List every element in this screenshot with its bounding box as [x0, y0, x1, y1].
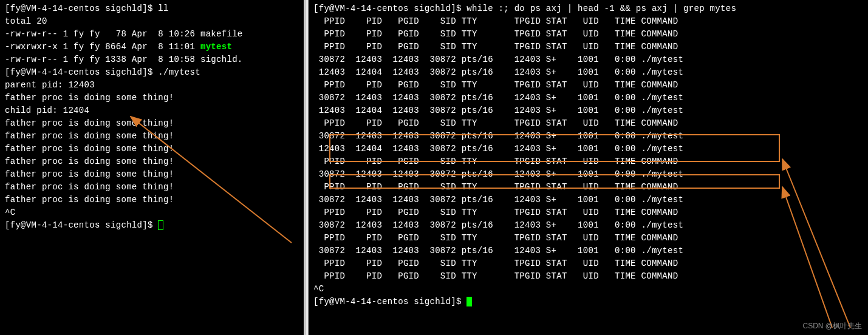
right-line-22-seg-0: ^C [313, 284, 324, 294]
right-line-5: 12403 12404 12403 30872 pts/16 12403 S+ … [313, 66, 863, 79]
right-line-17: 30872 12403 12403 30872 pts/16 12403 S+ … [313, 219, 863, 232]
right-line-4-seg-0: 30872 12403 12403 30872 pts/16 12403 S+ … [313, 55, 683, 64]
right-line-16: PPID PID PGID SID TTY TPGID STAT UID TIM… [313, 206, 863, 219]
left-line-10: father proc is doing some thing! [5, 130, 299, 143]
right-line-19-seg-0: 30872 12403 12403 30872 pts/16 12403 S+ … [313, 246, 683, 255]
left-line-3-seg-0: -rwxrwxr-x 1 fy fy 8664 Apr 8 11:01 [5, 42, 200, 52]
left-line-4: -rw-rw-r-- 1 fy fy 1338 Apr 8 10:58 sigc… [5, 53, 299, 66]
left-line-8-seg-0: child pid: 12404 [5, 106, 89, 115]
left-line-12: father proc is doing some thing! [5, 155, 299, 168]
left-line-3: -rwxrwxr-x 1 fy fy 8664 Apr 8 11:01 myte… [5, 41, 299, 53]
right-line-18: PPID PID PGID SID TTY TPGID STAT UID TIM… [313, 232, 863, 245]
right-line-19: 30872 12403 12403 30872 pts/16 12403 S+ … [313, 245, 863, 257]
right-line-7: 30872 12403 12403 30872 pts/16 12403 S+ … [313, 92, 863, 104]
right-line-10-seg-0: 30872 12403 12403 30872 pts/16 12403 S+ … [313, 131, 683, 141]
right-line-15-seg-0: 30872 12403 12403 30872 pts/16 12403 S+ … [313, 195, 683, 205]
left-line-2: -rw-rw-r-- 1 fy fy 78 Apr 8 10:26 makefi… [5, 28, 299, 41]
left-line-1: total 20 [5, 15, 299, 28]
right-line-20: PPID PID PGID SID TTY TPGID STAT UID TIM… [313, 257, 863, 270]
left-line-0: [fy@VM-4-14-centos sigchld]$ ll [5, 2, 299, 15]
right-line-12: PPID PID PGID SID TTY TPGID STAT UID TIM… [313, 155, 863, 168]
left-line-13-seg-0: father proc is doing some thing! [5, 169, 174, 179]
right-line-23-seg-0: [fy@VM-4-14-centos sigchld]$ [313, 297, 466, 306]
left-line-14: father proc is doing some thing! [5, 181, 299, 194]
right-line-9: PPID PID PGID SID TTY TPGID STAT UID TIM… [313, 117, 863, 130]
right-line-5-seg-0: 12403 12404 12403 30872 pts/16 12403 S+ … [313, 67, 683, 77]
left-line-17: [fy@VM-4-14-centos sigchld]$ [5, 219, 299, 232]
left-line-11-seg-0: father proc is doing some thing! [5, 144, 174, 154]
right-line-6-seg-0: PPID PID PGID SID TTY TPGID STAT UID TIM… [313, 80, 678, 90]
left-line-15-seg-0: father proc is doing some thing! [5, 195, 174, 205]
left-line-9: father proc is doing some thing! [5, 117, 299, 130]
right-line-13: 30872 12403 12403 30872 pts/16 12403 S+ … [313, 168, 863, 181]
right-line-8-seg-0: 12403 12404 12403 30872 pts/16 12403 S+ … [313, 106, 683, 115]
right-line-8: 12403 12404 12403 30872 pts/16 12403 S+ … [313, 104, 863, 117]
right-line-20-seg-0: PPID PID PGID SID TTY TPGID STAT UID TIM… [313, 259, 678, 268]
right-line-10: 30872 12403 12403 30872 pts/16 12403 S+ … [313, 130, 863, 143]
left-line-11: father proc is doing some thing! [5, 143, 299, 155]
right-line-11-seg-0: 12403 12404 12403 30872 pts/16 12403 S+ … [313, 144, 683, 154]
left-line-7-seg-0: father proc is doing some thing! [5, 93, 174, 103]
right-line-0-seg-0: [fy@VM-4-14-centos sigchld]$ while :; do… [313, 4, 736, 13]
left-line-17-seg-0: [fy@VM-4-14-centos sigchld]$ [5, 220, 158, 230]
right-line-3-seg-0: PPID PID PGID SID TTY TPGID STAT UID TIM… [313, 42, 678, 52]
right-line-2: PPID PID PGID SID TTY TPGID STAT UID TIM… [313, 28, 863, 41]
left-line-10-seg-0: father proc is doing some thing! [5, 131, 174, 141]
left-line-12-seg-0: father proc is doing some thing! [5, 157, 174, 166]
right-line-14: PPID PID PGID SID TTY TPGID STAT UID TIM… [313, 181, 863, 194]
terminal-left-pane[interactable]: [fy@VM-4-14-centos sigchld]$ lltotal 20-… [0, 0, 305, 335]
right-line-3: PPID PID PGID SID TTY TPGID STAT UID TIM… [313, 41, 863, 53]
right-line-1-seg-0: PPID PID PGID SID TTY TPGID STAT UID TIM… [313, 16, 678, 26]
left-line-16: ^C [5, 206, 299, 219]
left-line-5: [fy@VM-4-14-centos sigchld]$ ./mytest [5, 66, 299, 79]
left-line-8: child pid: 12404 [5, 104, 299, 117]
left-line-6-seg-0: parent pid: 12403 [5, 80, 95, 90]
right-line-22: ^C [313, 283, 863, 296]
left-line-14-seg-0: father proc is doing some thing! [5, 182, 174, 192]
left-line-5-seg-0: [fy@VM-4-14-centos sigchld]$ ./mytest [5, 67, 200, 77]
left-line-15: father proc is doing some thing! [5, 194, 299, 206]
right-line-21: PPID PID PGID SID TTY TPGID STAT UID TIM… [313, 270, 863, 283]
right-line-16-seg-0: PPID PID PGID SID TTY TPGID STAT UID TIM… [313, 208, 678, 217]
right-line-15: 30872 12403 12403 30872 pts/16 12403 S+ … [313, 194, 863, 206]
left-line-6: parent pid: 12403 [5, 79, 299, 92]
left-line-0-seg-0: [fy@VM-4-14-centos sigchld]$ ll [5, 4, 169, 13]
right-line-11: 12403 12404 12403 30872 pts/16 12403 S+ … [313, 143, 863, 155]
right-line-1: PPID PID PGID SID TTY TPGID STAT UID TIM… [313, 15, 863, 28]
left-line-16-seg-0: ^C [5, 208, 15, 217]
right-line-9-seg-0: PPID PID PGID SID TTY TPGID STAT UID TIM… [313, 118, 678, 128]
right-line-6: PPID PID PGID SID TTY TPGID STAT UID TIM… [313, 79, 863, 92]
left-line-4-seg-0: -rw-rw-r-- 1 fy fy 1338 Apr 8 10:58 sigc… [5, 55, 243, 64]
left-line-2-seg-0: -rw-rw-r-- 1 fy fy 78 Apr 8 10:26 makefi… [5, 29, 243, 39]
left-line-7: father proc is doing some thing! [5, 92, 299, 104]
cursor-solid [466, 297, 472, 306]
terminal-right-pane[interactable]: [fy@VM-4-14-centos sigchld]$ while :; do… [309, 0, 868, 335]
left-line-1-seg-0: total 20 [5, 16, 47, 26]
left-line-9-seg-0: father proc is doing some thing! [5, 118, 174, 128]
right-line-14-seg-0: PPID PID PGID SID TTY TPGID STAT UID TIM… [313, 182, 678, 192]
right-line-2-seg-0: PPID PID PGID SID TTY TPGID STAT UID TIM… [313, 29, 678, 39]
cursor-outline [158, 220, 163, 230]
right-line-0: [fy@VM-4-14-centos sigchld]$ while :; do… [313, 2, 863, 15]
right-line-21-seg-0: PPID PID PGID SID TTY TPGID STAT UID TIM… [313, 271, 678, 281]
right-line-13-seg-0: 30872 12403 12403 30872 pts/16 12403 S+ … [313, 169, 683, 179]
right-line-18-seg-0: PPID PID PGID SID TTY TPGID STAT UID TIM… [313, 233, 678, 243]
right-line-7-seg-0: 30872 12403 12403 30872 pts/16 12403 S+ … [313, 93, 683, 103]
terminal-container: [fy@VM-4-14-centos sigchld]$ lltotal 20-… [0, 0, 868, 335]
right-line-12-seg-0: PPID PID PGID SID TTY TPGID STAT UID TIM… [313, 157, 678, 166]
left-line-3-seg-1: mytest [200, 42, 232, 52]
left-line-13: father proc is doing some thing! [5, 168, 299, 181]
right-line-17-seg-0: 30872 12403 12403 30872 pts/16 12403 S+ … [313, 220, 683, 230]
watermark-text: CSDN @枫叶先生 [802, 321, 862, 331]
right-line-23: [fy@VM-4-14-centos sigchld]$ [313, 296, 863, 308]
right-line-4: 30872 12403 12403 30872 pts/16 12403 S+ … [313, 53, 863, 66]
